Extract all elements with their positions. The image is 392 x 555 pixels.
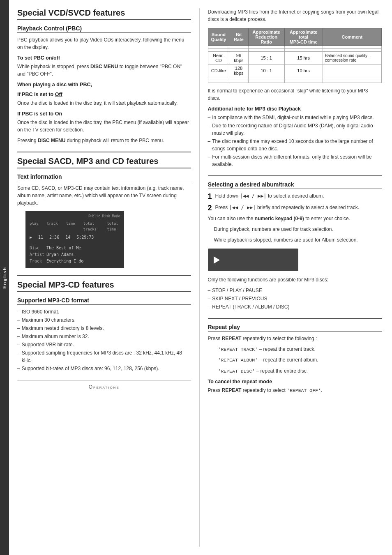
numbered-item-1: 1 Hold down |◀◀ / ▶▶| to select a desire… <box>208 192 382 201</box>
list-item-text: Maximum album number is 32. <box>22 333 89 340</box>
display-total-tracks: 14 <box>65 234 70 241</box>
mp3-table: SoundQuality Bit Rate ApproximateReducti… <box>208 28 382 83</box>
pbc-off-body: Once the disc is loaded in the disc tray… <box>17 99 191 107</box>
vcd-title: Special VCD/SVCD features <box>17 8 191 20</box>
list-item: ISO 9660 format. <box>17 308 191 315</box>
pbc-on-text1: Pressing <box>17 138 38 143</box>
footer-label: Operations <box>17 380 191 390</box>
list-item-text: The disc reading time may exceed 10 seco… <box>212 138 382 152</box>
sidebar-tab: English <box>0 0 9 555</box>
display-artist-row: Artist Bryan Adams <box>30 251 120 258</box>
pbc-on-title: If PBC is set to On <box>17 111 191 117</box>
pbc-on-body2: Pressing DISC MENU during playback will … <box>17 137 191 144</box>
skip-note: It is normal to experience an occasional… <box>208 87 382 102</box>
pbc-off-title: If PBC is set to Off <box>17 92 191 97</box>
repeat-bold: REPEAT <box>222 336 242 341</box>
td-quality <box>208 77 229 80</box>
td-ratio: 10 : 1 <box>248 64 284 77</box>
cancel-repeat-body: Press REPEAT repeatedly to select 'REPEA… <box>208 387 382 394</box>
select-section: Selecting a desired album/track 1 Hold d… <box>208 181 382 311</box>
right-column: Downloading MP3 files from the Internet … <box>200 8 382 547</box>
repeat-item-2: 'REPEAT ALBUM' – repeat the current albu… <box>218 356 382 364</box>
list-item-text: Maximum nested directory is 8 levels. <box>22 325 104 332</box>
table-row <box>208 80 382 83</box>
td-comment <box>323 64 381 77</box>
list-item-text: Supported sampling frequencies for MP3 d… <box>22 349 191 364</box>
list-item-text: In compliance with the SDMI, digital-out… <box>212 114 374 121</box>
list-item: SKIP NEXT / PREVIOUS <box>208 295 382 302</box>
td-ratio: 15 : 1 <box>248 52 284 64</box>
divider-3 <box>208 175 382 176</box>
vcd-section: Special VCD/SVCD features Playback Contr… <box>17 8 191 144</box>
cancel-repeat-block: To cancel the repeat mode Press REPEAT r… <box>208 379 382 394</box>
play-icon <box>214 256 220 264</box>
divider-1 <box>17 152 191 152</box>
additional-note-title: Additional note for MP3 disc Playback <box>208 106 382 112</box>
display-disc-label: Disc <box>30 245 44 251</box>
table-row <box>208 77 382 80</box>
td-time: 10 hrs <box>284 64 323 77</box>
list-item-text: For multi-session discs with different f… <box>212 153 382 168</box>
list-item-text: Supported VBR bit-rate. <box>22 341 74 348</box>
td-quality <box>208 49 229 52</box>
col-play: play <box>30 221 39 233</box>
list-item: Maximum album number is 32. <box>17 333 191 340</box>
list-item: In compliance with the SDMI, digital-out… <box>208 114 382 121</box>
list-item-text: REPEAT (TRACK / ALBUM / DISC) <box>212 303 289 311</box>
td-bitrate <box>229 77 249 80</box>
list-item: Supported sampling frequencies for MP3 d… <box>17 349 191 364</box>
th-comment: Comment <box>323 28 381 46</box>
mp3-functions-intro: Only the following functions are possibl… <box>208 276 382 283</box>
th-reduction-ratio: ApproximateReduction Ratio <box>248 28 284 46</box>
repeat-item-1: 'REPEAT TRACK' – repeat the current trac… <box>218 345 382 353</box>
td-bitrate <box>229 49 249 52</box>
repeat-mono-1: 'REPEAT TRACK' <box>218 347 258 352</box>
td-comment <box>323 80 381 83</box>
mp3-format-title: Supported MP3-CD format <box>17 297 191 305</box>
display-total-time: 5:29:73 <box>76 234 94 241</box>
footer-text: Operations <box>89 384 120 390</box>
td-time <box>284 49 323 52</box>
display-track-label: Track <box>30 258 44 265</box>
list-item: For multi-session discs with different f… <box>208 153 382 168</box>
set-pbc-text1: While playback is stopped, press <box>17 64 90 69</box>
col-total-time: total time <box>107 221 120 233</box>
mp3-section: Special MP3-CD features Supported MP3-CD… <box>17 280 191 372</box>
td-comment <box>323 49 381 52</box>
display-artist-value: Bryan Adams <box>46 251 74 258</box>
td-comment: Balanced sound quality – compression rat… <box>323 52 381 64</box>
list-item: Maximum 30 characters. <box>17 316 191 324</box>
pbc-body: PBC playback allows you to play Video CD… <box>17 36 191 51</box>
numbered-item-2: 2 Press |◀◀ / ▶▶| briefly and repeatedly… <box>208 204 382 213</box>
pbc-on-body1: Once the disc is loaded in the disc tray… <box>17 119 191 134</box>
divider-4 <box>208 318 382 319</box>
display-track-num: 11 <box>38 234 43 241</box>
list-item-text: STOP / PLAY / PAUSE <box>212 287 262 294</box>
item-number-2: 2 <box>208 204 212 213</box>
list-item-text: Maximum 30 characters. <box>22 316 76 324</box>
main-content: Special VCD/SVCD features Playback Contr… <box>9 0 392 555</box>
display-column-headers: play track time total tracks total time <box>30 221 120 233</box>
repeat-items: 'REPEAT TRACK' – repeat the current trac… <box>208 345 382 375</box>
table-row <box>208 49 382 52</box>
col-time: time <box>66 221 75 233</box>
td-quality <box>208 80 229 83</box>
list-item: Supported bit-rates of MP3 discs are: 96… <box>17 365 191 372</box>
text-info-title: Text information <box>17 173 191 181</box>
td-quality <box>208 46 229 49</box>
list-item-text: Supported bit-rates of MP3 discs are: 96… <box>22 365 159 372</box>
sidebar-label: English <box>2 267 7 289</box>
display-metadata: Disc The Best of Me Artist Bryan Adams T… <box>30 243 120 265</box>
display-play-icon: ▶ <box>30 234 32 241</box>
display-track-value: Everything I do <box>46 258 83 265</box>
pbc-on-bold: DISC MENU <box>38 138 65 143</box>
repeat-section: Repeat play Press REPEAT repeatedly to s… <box>208 324 382 394</box>
numeric-indent: During playback, numbers are used for tr… <box>208 226 382 244</box>
list-item: STOP / PLAY / PAUSE <box>208 287 382 294</box>
cancel-repeat-title: To cancel the repeat mode <box>208 379 382 385</box>
display-time: 2:36 <box>49 234 59 241</box>
th-mp3-time: Approximate totalMP3-CD time <box>284 28 323 46</box>
td-comment <box>323 46 381 49</box>
td-time <box>284 46 323 49</box>
repeat-title: Repeat play <box>208 324 382 332</box>
